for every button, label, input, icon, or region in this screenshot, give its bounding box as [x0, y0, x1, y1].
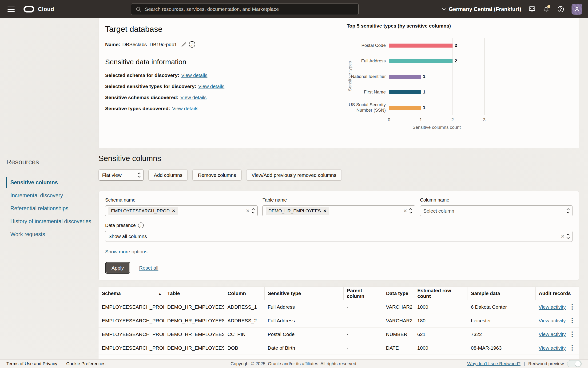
- sidebar-item-work-requests[interactable]: Work requests: [6, 229, 94, 240]
- cloud-shell-button[interactable]: [528, 5, 536, 13]
- cell-row_count: 621: [414, 328, 468, 341]
- view-mode-select[interactable]: Flat view: [98, 170, 144, 181]
- view-details-link[interactable]: View details: [181, 73, 207, 78]
- kebab-menu-icon[interactable]: ⋮: [568, 331, 577, 337]
- clear-field-icon[interactable]: ✕: [246, 208, 250, 214]
- target-database-title: Target database: [105, 25, 224, 34]
- person-icon: [573, 6, 580, 13]
- schema-filter-group: Schema name EMPLOYEESEARCH_PROD✕ ✕: [105, 197, 258, 216]
- chart-bar-value: 1: [423, 74, 425, 79]
- clear-field-icon[interactable]: ✕: [403, 208, 407, 214]
- view-activity-link[interactable]: View activity: [539, 318, 566, 323]
- data-presence-value: Show all columns: [108, 234, 147, 239]
- table-name-combobox[interactable]: DEMO_HR_EMPLOYEES✕ ✕: [263, 205, 415, 216]
- data-presence-select[interactable]: Show all columns ✕: [105, 231, 572, 242]
- view-details-link[interactable]: View details: [180, 95, 207, 100]
- chip-remove-icon[interactable]: ✕: [172, 209, 175, 213]
- column-header-table[interactable]: Table: [164, 287, 224, 300]
- edit-name-button[interactable]: [181, 41, 187, 47]
- clear-field-icon[interactable]: ✕: [561, 234, 565, 239]
- data-presence-info-icon[interactable]: i: [138, 222, 144, 228]
- table-toolbar: Flat view Add columnsRemove columnsView/…: [98, 170, 579, 181]
- filters-panel: Schema name EMPLOYEESEARCH_PROD✕ ✕ Table…: [98, 191, 579, 280]
- column-header-estimated-row-count[interactable]: Estimated row count: [414, 287, 468, 300]
- view-add-previously-removed-columns-button[interactable]: View/Add previously removed columns: [246, 170, 342, 181]
- column-header-column[interactable]: Column: [224, 287, 264, 300]
- database-info-icon[interactable]: i: [189, 41, 195, 47]
- column-header-sample-data[interactable]: Sample data: [468, 287, 535, 300]
- cell-schema: EMPLOYEESEARCH_PROD: [98, 341, 164, 355]
- column-header-sensitive-type[interactable]: Sensitive type: [264, 287, 343, 300]
- kebab-menu-icon[interactable]: ⋮: [568, 317, 577, 324]
- chart-category-label: US Social Security Number (SSN): [340, 100, 386, 115]
- view-activity-link[interactable]: View activity: [539, 345, 566, 351]
- apply-button[interactable]: Apply: [105, 262, 130, 274]
- sensitive-columns-table: Schema▲TableColumnSensitive typeParent c…: [98, 286, 579, 368]
- name-label: Name:: [105, 42, 120, 47]
- view-details-link[interactable]: View details: [172, 106, 199, 111]
- chart-category-label: Postal Code: [340, 38, 386, 53]
- redwood-preview-toggle[interactable]: [567, 360, 582, 367]
- chip-remove-icon[interactable]: ✕: [323, 209, 326, 213]
- target-database-info: Target database Name: DBSeclabs_DB19c-pd…: [105, 25, 224, 117]
- region-selector[interactable]: Germany Central (Frankfurt): [442, 6, 521, 12]
- column-header-audit-records[interactable]: Audit records: [535, 287, 579, 300]
- cell-parent: -: [343, 341, 383, 355]
- column-header-parent-column[interactable]: Parent column: [343, 287, 383, 300]
- add-columns-button[interactable]: Add columns: [149, 170, 188, 181]
- sidebar-item-referential-relationships[interactable]: Referential relationships: [6, 203, 94, 214]
- schema-name-combobox[interactable]: EMPLOYEESEARCH_PROD✕ ✕: [105, 205, 258, 216]
- sensitive-data-info-list: Selected schema for discovery:View detai…: [105, 73, 224, 111]
- view-activity-link[interactable]: View activity: [539, 331, 566, 337]
- notification-badge: [547, 5, 550, 8]
- sidebar-item-incremental-discovery[interactable]: Incremental discovery: [6, 190, 94, 201]
- column-header-label: Sample data: [471, 291, 500, 296]
- combobox-stepper-icon: [410, 209, 412, 213]
- chart-bar-value: 1: [423, 105, 425, 110]
- show-more-options-link[interactable]: Show more options: [105, 249, 148, 255]
- kebab-menu-icon[interactable]: ⋮: [568, 345, 577, 351]
- cell-data_type: VARCHAR2: [383, 314, 414, 328]
- terms-of-use-and-privacy-link[interactable]: Terms of Use and Privacy: [6, 361, 57, 366]
- view-details-link[interactable]: View details: [198, 83, 225, 89]
- sidebar-item-sensitive-columns[interactable]: Sensitive columns: [6, 177, 94, 188]
- column-header-data-type[interactable]: Data type: [383, 287, 414, 300]
- kebab-menu-icon[interactable]: ⋮: [568, 304, 577, 310]
- data-presence-group: Data presence i Show all columns ✕: [105, 222, 572, 242]
- table-header-row: Schema▲TableColumnSensitive typeParent c…: [98, 287, 579, 300]
- sidebar-item-history-of-incremental-discoveries[interactable]: History of incremental discoveries: [6, 216, 94, 227]
- sensitive-info-row: Selected schema for discovery:View detai…: [105, 73, 224, 78]
- view-activity-link[interactable]: View activity: [539, 304, 566, 310]
- remove-columns-button[interactable]: Remove columns: [192, 170, 241, 181]
- column-name-combobox[interactable]: Select column: [420, 205, 572, 216]
- region-name: Germany Central (Frankfurt): [449, 6, 521, 12]
- database-name-value: DBSeclabs_DB19c-pdb1: [122, 42, 177, 47]
- reset-all-link[interactable]: Reset all: [139, 265, 158, 271]
- help-button[interactable]: [557, 5, 564, 13]
- view-mode-value: Flat view: [102, 172, 138, 178]
- combobox-stepper-icon: [567, 234, 569, 239]
- hamburger-menu-icon[interactable]: [8, 7, 15, 12]
- column-header-schema[interactable]: Schema▲: [98, 287, 164, 300]
- notifications-button[interactable]: [543, 6, 550, 13]
- cell-audit: View activity⋮: [535, 314, 579, 328]
- sensitive-info-row: Sensitive types discovered:View details: [105, 106, 224, 111]
- cell-sample: 08-MAR-1963: [468, 341, 535, 355]
- footer: Copyright © 2025, Oracle and/or its affi…: [0, 359, 588, 368]
- global-search-input[interactable]: Search resources, services, documentatio…: [131, 4, 359, 15]
- sort-ascending-icon[interactable]: ▲: [158, 292, 162, 295]
- cookie-preferences-link[interactable]: Cookie Preferences: [66, 361, 105, 366]
- cell-data_type: NUMBER: [383, 328, 414, 341]
- sidebar-list: Sensitive columnsIncremental discoveryRe…: [6, 177, 94, 240]
- user-menu-button[interactable]: [571, 4, 582, 15]
- redwood-help-link[interactable]: Why don't I see Redwood?: [467, 361, 520, 366]
- cell-table: DEMO_HR_EMPLOYEES: [164, 300, 224, 314]
- cell-row_count: 1000: [414, 300, 468, 314]
- chart-bar-row: 1: [389, 84, 516, 100]
- footer-separator: |: [524, 361, 525, 366]
- column-header-label: Audit records: [539, 291, 571, 296]
- redwood-preview-controls: Why don't I see Redwood? | Redwood previ…: [467, 360, 582, 367]
- footer-links: Terms of Use and PrivacyCookie Preferenc…: [6, 361, 105, 366]
- cell-sample: 6 Dakota Center: [468, 300, 535, 314]
- oracle-cloud-logo[interactable]: Cloud: [24, 6, 54, 12]
